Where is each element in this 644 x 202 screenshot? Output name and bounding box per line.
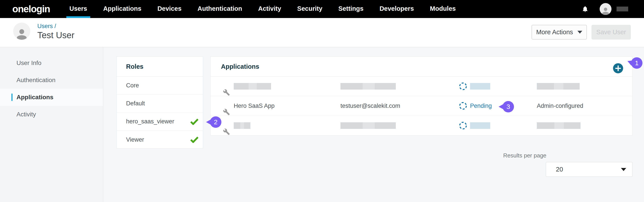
roles-list: Core Default hero_saas_viewer (117, 77, 203, 149)
applications-card: Applications (210, 56, 632, 136)
nav-item-label: Applications (103, 5, 142, 12)
sidebar-item[interactable]: Applications (0, 89, 103, 106)
role-row[interactable]: Core (117, 77, 203, 95)
breadcrumb-users-link[interactable]: Users / (37, 23, 56, 30)
notifications-bell-icon[interactable] (582, 5, 589, 13)
nav-item[interactable]: Authentication (198, 0, 242, 18)
role-row[interactable]: Default (117, 95, 203, 113)
annotation-number: 2 (214, 118, 218, 126)
nav-item-label: Settings (338, 5, 364, 12)
applications-list: Hero SaaS App testuser@scalekit.com Pend… (211, 77, 632, 135)
app-status: Pending (470, 102, 492, 109)
nav-item[interactable]: Modules (430, 0, 456, 18)
applications-title: Applications (211, 63, 259, 70)
app-name: Hero SaaS App (234, 102, 274, 109)
nav-item[interactable]: Settings (338, 0, 364, 18)
chevron-down-icon (621, 168, 626, 171)
more-actions-button[interactable]: More Actions (532, 25, 587, 40)
save-user-button[interactable]: Save User (592, 25, 631, 40)
nav-item-label: Modules (430, 5, 456, 12)
app-email-skeleton (340, 122, 396, 129)
annotation-badge-1: 1 (631, 57, 642, 69)
app-email-skeleton (340, 83, 396, 90)
nav-item-label: Devices (158, 5, 182, 12)
app-config-skeleton (537, 83, 580, 90)
application-row[interactable] (211, 116, 632, 135)
chevron-down-icon (578, 31, 582, 34)
application-row[interactable] (211, 77, 632, 96)
account-name-placeholder[interactable] (616, 6, 628, 12)
app-login-email: testuser@scalekit.com (340, 102, 400, 109)
results-per-page-label: Results per page (503, 152, 546, 159)
application-row[interactable]: Hero SaaS App testuser@scalekit.com Pend… (211, 96, 632, 116)
role-name: Viewer (126, 136, 144, 143)
provisioning-spinner-icon (459, 122, 467, 130)
main-panel: Roles Core Default (103, 47, 644, 202)
nav-item-label: Security (297, 5, 322, 12)
onelogin-logo[interactable]: onelogin (12, 4, 50, 14)
results-per-page-value: 20 (556, 166, 563, 173)
app-name-skeleton (234, 122, 250, 129)
nav-item[interactable]: Developers (380, 0, 414, 18)
annotation-badge-2: 2 (210, 116, 222, 128)
check-icon (190, 118, 198, 125)
provisioning-spinner-icon (459, 102, 467, 110)
user-avatar (13, 22, 30, 40)
account-avatar[interactable] (600, 3, 612, 15)
check-icon (190, 136, 198, 143)
sidebar-item-label: Authentication (16, 77, 55, 84)
nav-item-label: Activity (258, 5, 281, 12)
more-actions-label: More Actions (536, 28, 573, 36)
sidebar-item-label: Applications (16, 94, 53, 100)
app-status-skeleton (470, 122, 490, 129)
results-per-page-select[interactable]: 20 (546, 162, 632, 177)
nav-item[interactable]: Devices (158, 0, 182, 18)
roles-title: Roles (117, 63, 144, 70)
nav-item-label: Developers (380, 5, 414, 12)
annotation-number: 1 (635, 59, 639, 67)
annotation-number: 3 (506, 103, 510, 110)
nav-item[interactable]: Activity (258, 0, 281, 18)
nav-item[interactable]: Users (70, 0, 87, 18)
user-section-sidebar: User Info Authentication Applications Ac… (0, 47, 103, 202)
sidebar-item[interactable]: User Info (0, 54, 103, 72)
role-row[interactable]: Viewer (117, 131, 203, 149)
annotation-badge-3: 3 (502, 101, 514, 112)
role-name: hero_saas_viewer (126, 118, 174, 125)
role-name: Default (126, 100, 145, 107)
page-header: Users / Test User More Actions Save User (0, 18, 644, 47)
roles-card: Roles Core Default (116, 56, 203, 148)
nav-item[interactable]: Security (297, 0, 322, 18)
top-nav-bar: onelogin Users Applications Devices Auth… (0, 0, 644, 18)
add-application-button[interactable] (613, 63, 623, 73)
sidebar-item[interactable]: Activity (0, 106, 103, 123)
sidebar-item-label: Activity (16, 111, 36, 118)
sidebar-item[interactable]: Authentication (0, 72, 103, 89)
page-title: Test User (37, 30, 74, 40)
roles-card-header: Roles (117, 57, 203, 77)
sidebar-item-label: User Info (16, 60, 42, 66)
role-row[interactable]: hero_saas_viewer (117, 113, 203, 131)
app-config-skeleton (537, 122, 580, 129)
nav-item-label: Authentication (198, 5, 242, 12)
role-name: Core (126, 82, 139, 89)
app-config-type: Admin-configured (537, 102, 584, 109)
provisioning-spinner-icon (459, 82, 467, 90)
nav-item[interactable]: Applications (103, 0, 142, 18)
nav-item-label: Users (70, 5, 87, 12)
nav-menu: Users Applications Devices Authenticatio… (70, 0, 456, 18)
app-name-skeleton (234, 83, 271, 90)
content-area: User Info Authentication Applications Ac… (0, 47, 644, 202)
applications-card-header: Applications (211, 57, 632, 77)
app-status-skeleton (470, 83, 490, 90)
